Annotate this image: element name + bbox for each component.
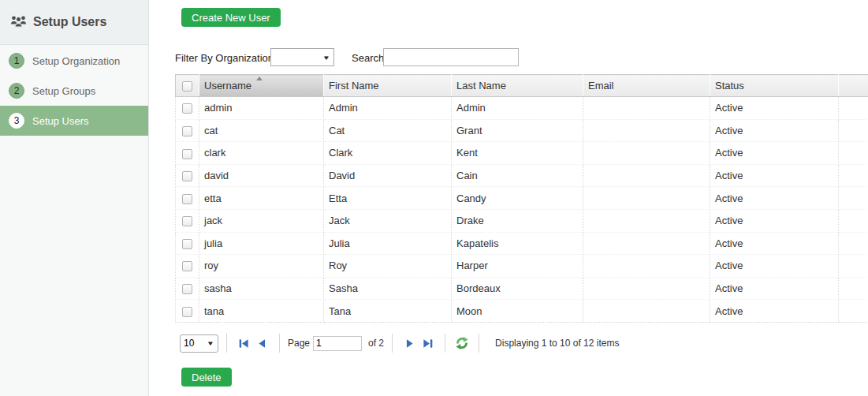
- sidebar-header: Setup Users: [0, 0, 148, 45]
- column-header-status[interactable]: Status: [710, 75, 839, 97]
- total-pages-label: of 2: [368, 338, 384, 349]
- cell-status: Active: [710, 187, 839, 210]
- step-number-badge: 1: [9, 53, 24, 69]
- table-row[interactable]: julia Julia Kapatelis Active: [176, 232, 868, 255]
- table-row[interactable]: etta Etta Candy Active: [176, 187, 868, 210]
- page-size-wrap: 10 ▼: [180, 334, 218, 353]
- cell-spacer: [839, 164, 868, 187]
- cell-last-name: Kent: [452, 142, 583, 165]
- table-row[interactable]: jack Jack Drake Active: [176, 209, 868, 232]
- cell-status: Active: [710, 300, 839, 323]
- sidebar-title: Setup Users: [33, 15, 106, 29]
- filter-by-organization-label: Filter By Organization: [175, 52, 274, 64]
- page-size-select[interactable]: 10: [180, 334, 218, 353]
- sidebar-item-setup-groups[interactable]: 2 Setup Groups: [0, 76, 148, 106]
- cell-username: julia: [199, 232, 324, 255]
- row-checkbox[interactable]: [182, 284, 192, 294]
- cell-email: [583, 232, 710, 255]
- sidebar-item-setup-users[interactable]: 3 Setup Users: [0, 106, 148, 136]
- search-input[interactable]: [383, 48, 519, 66]
- cell-username: tana: [199, 300, 324, 323]
- cell-last-name: Grant: [452, 119, 583, 142]
- pager-summary: Displaying 1 to 10 of 12 items: [495, 338, 619, 349]
- users-icon: [10, 14, 27, 31]
- cell-first-name: Sasha: [324, 277, 452, 300]
- table-row[interactable]: david David Cain Active: [176, 164, 868, 187]
- cell-email: [583, 277, 710, 300]
- cell-last-name: Candy: [452, 187, 583, 210]
- cell-last-name: Bordeaux: [452, 277, 583, 300]
- cell-email: [583, 300, 710, 323]
- cell-spacer: [839, 119, 868, 142]
- setup-wizard-sidebar: Setup Users 1 Setup Organization 2 Setup…: [0, 0, 149, 396]
- cell-first-name: Roy: [324, 255, 452, 278]
- cell-first-name: Julia: [324, 232, 452, 255]
- cell-spacer: [839, 300, 868, 323]
- cell-spacer: [839, 142, 868, 165]
- row-checkbox[interactable]: [182, 216, 192, 226]
- column-header-first-name[interactable]: First Name: [324, 75, 452, 97]
- pager-separator: [392, 334, 393, 353]
- cell-first-name: Admin: [324, 97, 452, 120]
- next-page-icon[interactable]: [404, 338, 415, 349]
- cell-first-name: Etta: [324, 187, 452, 210]
- cell-email: [583, 97, 710, 120]
- row-checkbox[interactable]: [182, 149, 192, 159]
- page-label: Page: [288, 338, 310, 349]
- cell-last-name: Admin: [452, 97, 583, 120]
- cell-username: jack: [199, 209, 324, 232]
- select-all-checkbox[interactable]: [182, 81, 192, 92]
- select-all-header: [176, 75, 199, 97]
- sidebar-item-label: Setup Groups: [32, 85, 95, 97]
- cell-spacer: [839, 187, 868, 210]
- table-row[interactable]: tana Tana Moon Active: [176, 300, 868, 323]
- cell-last-name: Moon: [452, 300, 583, 323]
- cell-email: [583, 142, 710, 165]
- pager-separator: [279, 334, 280, 353]
- cell-status: Active: [710, 277, 839, 300]
- delete-button[interactable]: Delete: [181, 368, 232, 387]
- refresh-icon[interactable]: [455, 336, 469, 350]
- table-row[interactable]: cat Cat Grant Active: [176, 119, 868, 142]
- cell-spacer: [839, 232, 868, 255]
- cell-email: [583, 187, 710, 210]
- pager-separator: [445, 334, 445, 353]
- column-header-last-name[interactable]: Last Name: [452, 75, 583, 97]
- row-checkbox[interactable]: [182, 171, 192, 181]
- row-checkbox[interactable]: [182, 239, 192, 249]
- row-checkbox[interactable]: [182, 307, 192, 317]
- cell-last-name: Harper: [452, 255, 583, 278]
- pager-separator: [479, 334, 479, 353]
- cell-email: [583, 255, 710, 278]
- cell-spacer: [839, 97, 868, 120]
- table-row[interactable]: clark Clark Kent Active: [176, 142, 868, 165]
- users-table: Username First Name Last Name Email Stat…: [175, 74, 868, 323]
- cell-status: Active: [710, 209, 839, 232]
- cell-spacer: [839, 255, 868, 278]
- page-number-input[interactable]: [313, 336, 362, 351]
- table-row[interactable]: roy Roy Harper Active: [176, 255, 868, 278]
- organization-filter-select[interactable]: [270, 48, 334, 66]
- sidebar-item-setup-organization[interactable]: 1 Setup Organization: [0, 46, 148, 76]
- row-checkbox[interactable]: [182, 103, 192, 114]
- cell-spacer: [839, 277, 868, 300]
- column-header-username[interactable]: Username: [199, 75, 324, 97]
- wizard-steps: 1 Setup Organization 2 Setup Groups 3 Se…: [0, 46, 148, 136]
- row-checkbox[interactable]: [182, 126, 192, 136]
- cell-status: Active: [710, 164, 839, 187]
- create-new-user-button[interactable]: Create New User: [181, 8, 281, 27]
- last-page-icon[interactable]: [422, 338, 434, 349]
- row-checkbox[interactable]: [182, 194, 192, 204]
- cell-first-name: Tana: [324, 300, 452, 323]
- search-label: Search: [352, 52, 384, 64]
- row-checkbox[interactable]: [182, 261, 192, 271]
- previous-page-icon[interactable]: [256, 338, 268, 349]
- table-row[interactable]: sasha Sasha Bordeaux Active: [176, 277, 868, 300]
- first-page-icon[interactable]: [238, 338, 250, 349]
- cell-status: Active: [710, 255, 839, 278]
- column-header-email[interactable]: Email: [583, 75, 710, 97]
- column-header-spacer: [839, 75, 868, 97]
- table-row[interactable]: admin Admin Admin Active: [176, 97, 868, 120]
- cell-email: [583, 164, 710, 187]
- pager: 10 ▼ Page of 2 Displaying 1 to 10 of 12 …: [175, 331, 868, 355]
